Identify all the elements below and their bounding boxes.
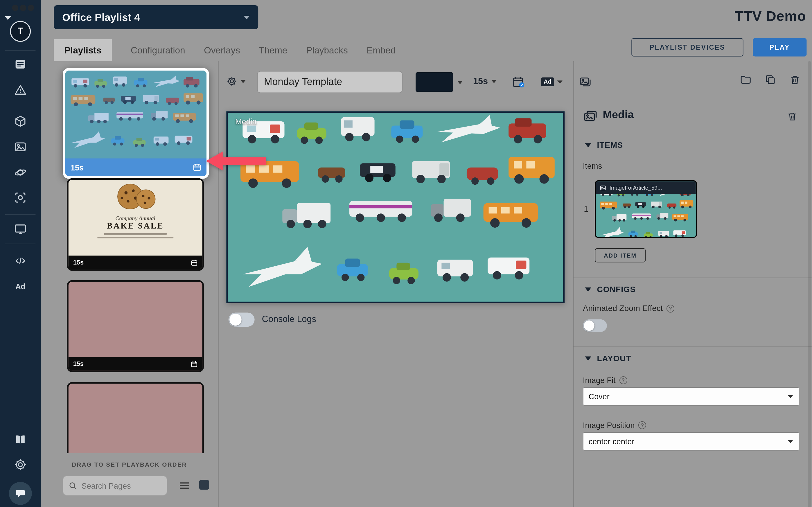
animated-zoom-toggle[interactable] xyxy=(583,320,607,332)
tab-embed[interactable]: Embed xyxy=(367,39,396,61)
scan-icon xyxy=(14,191,27,205)
sidebar-item-packages[interactable] xyxy=(14,114,27,128)
playlist-devices-button[interactable]: PLAYLIST DEVICES xyxy=(631,38,743,56)
sidebar-item-settings[interactable] xyxy=(14,458,27,471)
tab-theme[interactable]: Theme xyxy=(259,39,287,61)
window-zoom-button[interactable] xyxy=(27,5,34,11)
sidebar-item-media[interactable] xyxy=(14,140,27,154)
svg-text:Ad: Ad xyxy=(15,282,25,290)
page-tile-bake-sale[interactable]: Company Annual BAKE SALE 15s xyxy=(67,178,204,271)
page-tile-clipped[interactable] xyxy=(67,382,204,453)
tab-bar: Playlists Configuration Overlays Theme P… xyxy=(54,39,396,61)
media-item-card[interactable]: ImageForArticle_59... xyxy=(595,180,697,238)
gear-icon xyxy=(226,76,237,87)
image-icon xyxy=(14,140,27,154)
panel-scrollbar[interactable] xyxy=(808,61,811,507)
add-item-button[interactable]: ADD ITEM xyxy=(595,248,646,263)
image-fit-select[interactable]: Cover xyxy=(583,387,799,406)
tab-playlists[interactable]: Playlists xyxy=(54,39,112,61)
search-icon xyxy=(68,481,77,490)
toggle-knob xyxy=(229,314,241,326)
window-minimize-button[interactable] xyxy=(20,5,26,11)
items-section-header[interactable]: ITEMS xyxy=(585,140,623,150)
tile-duration: 15s xyxy=(70,163,83,172)
sidebar-item-explore[interactable] xyxy=(14,166,27,179)
layout-section-header[interactable]: LAYOUT xyxy=(585,354,631,363)
trash-icon[interactable] xyxy=(789,74,801,86)
collapse-triangle-icon xyxy=(585,287,591,291)
cube-icon xyxy=(14,114,27,128)
play-button[interactable]: PLAY xyxy=(753,38,807,56)
sidebar-item-scan[interactable] xyxy=(14,191,27,205)
vehicles-artwork xyxy=(228,113,563,302)
help-icon[interactable]: ? xyxy=(619,376,627,384)
image-icon xyxy=(600,184,606,191)
chevron-down-icon[interactable] xyxy=(457,81,463,84)
code-icon xyxy=(14,254,27,268)
tile-duration: 15s xyxy=(73,360,83,367)
page-name-input[interactable] xyxy=(257,71,403,93)
app-window: T Ad xyxy=(0,0,812,507)
delete-widget-trash-icon[interactable] xyxy=(787,111,798,122)
ad-settings-button[interactable]: Ad xyxy=(541,77,562,86)
playlist-selector-value: Office Playlist 4 xyxy=(62,11,244,23)
sidebar-item-playlists[interactable] xyxy=(14,57,27,71)
schedule-calendar-icon[interactable] xyxy=(191,360,197,367)
sidebar-item-displays[interactable] xyxy=(14,222,27,236)
search-pages-box[interactable] xyxy=(63,475,167,495)
support-chat-button[interactable] xyxy=(9,482,32,505)
configs-section-header[interactable]: CONFIGS xyxy=(585,285,636,294)
duration-dropdown[interactable]: 15s xyxy=(473,76,497,87)
image-fit-label: Image Fit ? xyxy=(583,376,627,385)
bake-sale-subtitle: Company Annual xyxy=(68,215,202,221)
sidebar: T Ad xyxy=(0,0,41,507)
duration-value: 15s xyxy=(473,76,488,87)
duplicate-icon[interactable] xyxy=(764,74,776,86)
playlist-selector-dropdown[interactable]: Office Playlist 4 xyxy=(54,5,258,29)
page-thumbnail xyxy=(67,382,204,453)
background-color-swatch[interactable] xyxy=(416,72,453,92)
sidebar-item-embed[interactable] xyxy=(14,254,27,268)
grid-view-icon[interactable] xyxy=(199,480,209,490)
tab-playbacks[interactable]: Playbacks xyxy=(306,39,348,61)
folder-icon[interactable] xyxy=(740,74,752,86)
item-filename: ImageForArticle_59... xyxy=(610,184,662,191)
collapse-triangle-icon xyxy=(585,143,591,147)
chevron-down-icon xyxy=(557,80,562,83)
items-list-label: Items xyxy=(583,161,602,170)
sidebar-item-alerts[interactable] xyxy=(14,83,27,97)
page-tile-selected[interactable]: 15s xyxy=(63,68,209,179)
workspace-chevron-icon[interactable] xyxy=(5,16,11,20)
schedule-calendar-icon[interactable] xyxy=(193,163,201,172)
sidebar-item-docs[interactable] xyxy=(14,433,27,446)
tab-overlays[interactable]: Overlays xyxy=(204,39,240,61)
divider xyxy=(574,346,812,347)
media-preview-canvas[interactable]: Media xyxy=(226,111,565,303)
help-icon[interactable]: ? xyxy=(666,304,674,313)
list-view-icon[interactable] xyxy=(179,480,190,491)
image-position-select-wrap: center center xyxy=(583,432,799,451)
fine-print-line xyxy=(97,237,174,238)
tile-footer: 15s xyxy=(68,357,202,371)
page-tile-blank[interactable]: 15s xyxy=(67,280,204,372)
help-icon[interactable]: ? xyxy=(638,421,646,429)
fine-print-line xyxy=(104,233,167,235)
sidebar-divider xyxy=(5,244,36,244)
search-pages-input[interactable] xyxy=(81,481,155,490)
avatar[interactable]: T xyxy=(10,21,31,42)
schedule-calendar-icon[interactable] xyxy=(191,259,197,266)
media-widget-icon xyxy=(583,109,598,124)
playlist-pages-panel: 15s Company Annual BAKE SALE xyxy=(41,61,218,507)
tile-footer: 15s xyxy=(68,256,202,269)
page-thumbnail xyxy=(65,70,207,158)
sidebar-item-ads[interactable]: Ad xyxy=(14,280,27,293)
chevron-down-icon xyxy=(240,80,246,83)
console-logs-toggle[interactable] xyxy=(229,313,255,327)
selection-overlay xyxy=(65,70,207,158)
image-position-select[interactable]: center center xyxy=(583,432,799,451)
page-settings-button[interactable] xyxy=(226,76,246,87)
tab-configuration[interactable]: Configuration xyxy=(131,39,185,61)
window-close-button[interactable] xyxy=(12,5,18,11)
inspector-panel: Media ITEMS Items 1 ImageForArticle_59..… xyxy=(574,61,812,507)
schedule-check-icon[interactable] xyxy=(512,75,525,89)
